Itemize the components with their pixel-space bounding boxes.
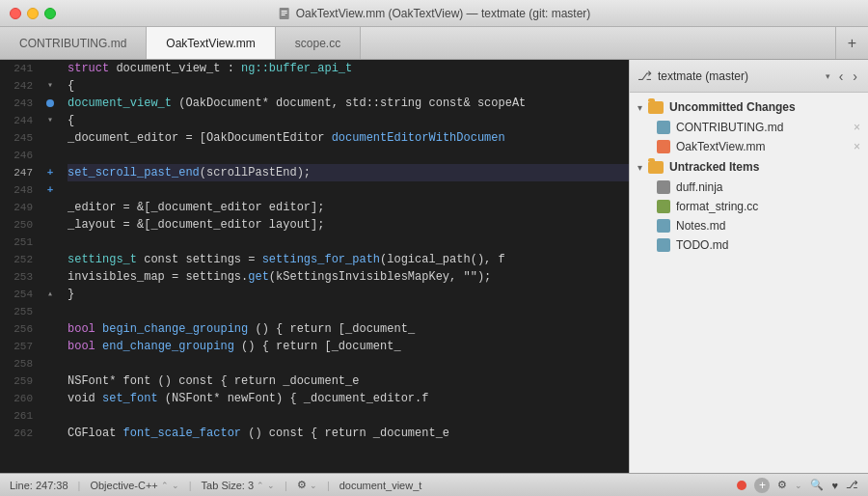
status-right: + ⚙ ⌄ 🔍 ♥ ⎇ [737, 478, 858, 493]
maximize-button[interactable] [44, 8, 56, 19]
settings-icon: ⚙ [297, 479, 307, 491]
code-line [68, 181, 629, 199]
code-line: document_view_t (OakDocument* document, … [68, 95, 629, 112]
code-line: bool end_change_grouping () { return [_d… [68, 338, 629, 355]
fold-arrow[interactable]: ▴ [47, 286, 53, 303]
minimize-button[interactable] [27, 8, 39, 19]
svg-rect-3 [282, 14, 285, 15]
tab-oaktextview[interactable]: OakTextView.mm [147, 27, 275, 59]
title-bar: OakTextView.mm (OakTextView) — textmate … [0, 0, 868, 27]
settings-btn[interactable]: ⚙ ⌄ [297, 479, 317, 491]
fold-arrow[interactable]: ▾ [47, 77, 53, 95]
line-number: 262 [8, 425, 33, 442]
gutter-item: + [41, 181, 60, 199]
code-line: settings_t const settings = settings_for… [68, 251, 629, 268]
list-item[interactable]: duff.ninja [630, 178, 868, 197]
section-header-uncommitted[interactable]: ▾Uncommitted Changes [630, 96, 868, 118]
sidebar-nav-buttons: ‹ › [836, 69, 860, 84]
nav-forward-button[interactable]: › [850, 69, 860, 84]
file-type-icon [657, 140, 670, 153]
file-close-button[interactable]: × [854, 121, 860, 134]
traffic-lights [10, 8, 56, 19]
gutter-item [41, 147, 60, 164]
code-content[interactable]: struct document_view_t : ng::buffer_api_… [60, 60, 629, 473]
breakpoint-dot[interactable] [46, 99, 54, 107]
code-container[interactable]: 2412422432442452462472482492502512522532… [0, 60, 629, 473]
code-line [68, 147, 629, 164]
language-selector[interactable]: Objective-C++ ⌃ ⌄ [90, 480, 178, 491]
section-folder-icon [648, 101, 664, 114]
file-type-icon [657, 200, 670, 213]
gutter-item [41, 268, 60, 286]
add-line-btn[interactable]: + [47, 164, 54, 181]
gutter-item [41, 372, 60, 390]
nav-back-button[interactable]: ‹ [836, 69, 847, 84]
gutter-item [41, 95, 60, 112]
line-number: 241 [8, 60, 33, 77]
line-number: 258 [8, 355, 33, 372]
code-line: void set_font (NSFont* newFont) { _docum… [68, 390, 629, 407]
line-number: 249 [8, 199, 33, 216]
gutter-item [41, 407, 60, 425]
line-number: 246 [8, 147, 33, 164]
branch-label[interactable]: textmate (master) [658, 69, 820, 83]
language-chevron: ⌃ [161, 481, 169, 490]
tab-size-selector[interactable]: Tab Size: 3 ⌃ ⌄ [202, 480, 275, 491]
status-gear-chevron: ⌄ [795, 481, 802, 490]
git-status-icon[interactable]: ⎇ [846, 479, 858, 491]
file-name: format_string.cc [676, 200, 860, 213]
line-numbers: 2412422432442452462472482492502512522532… [0, 60, 41, 473]
window-title: OakTextView.mm (OakTextView) — textmate … [278, 7, 591, 20]
search-icon[interactable]: 🔍 [810, 479, 824, 491]
section-folder-icon [648, 161, 664, 174]
close-button[interactable] [10, 8, 21, 19]
gutter: ▾▾++▴ [41, 60, 60, 473]
code-line: NSFont* font () const { return _document… [68, 372, 629, 390]
code-line: { [68, 77, 629, 95]
gutter-item [41, 216, 60, 234]
code-line: } [68, 286, 629, 303]
code-line: CGFloat font_scale_factor () const { ret… [68, 425, 629, 442]
code-line [68, 303, 629, 320]
status-add-button[interactable]: + [754, 478, 770, 493]
section-header-untracked[interactable]: ▾Untracked Items [630, 156, 868, 178]
section-arrow: ▾ [637, 162, 642, 173]
code-line: struct document_view_t : ng::buffer_api_… [68, 60, 629, 77]
branch-dropdown-arrow[interactable]: ▾ [826, 71, 830, 81]
status-gear-button[interactable]: ⚙ [777, 479, 787, 491]
list-item[interactable]: format_string.cc [630, 197, 868, 216]
tab-bar: CONTRIBUTING.md OakTextView.mm scope.cc … [0, 27, 868, 60]
line-number: 254 [8, 286, 33, 303]
file-type-icon [657, 121, 670, 134]
list-item[interactable]: OakTextView.mm× [630, 137, 868, 156]
tab-contributing[interactable]: CONTRIBUTING.md [0, 27, 147, 59]
section-arrow: ▾ [637, 102, 642, 113]
fold-arrow[interactable]: ▾ [47, 112, 53, 129]
file-type-icon [657, 238, 670, 252]
line-number: 260 [8, 390, 33, 407]
gutter-item [41, 234, 60, 251]
file-close-button[interactable]: × [854, 140, 860, 153]
editor-area[interactable]: 2412422432442452462472482492502512522532… [0, 60, 629, 473]
file-type-icon [657, 180, 670, 194]
list-item[interactable]: Notes.md [630, 216, 868, 235]
gutter-item [41, 199, 60, 216]
sidebar: ⎇ textmate (master) ▾ ‹ › ▾Uncommitted C… [629, 60, 868, 473]
add-tab-button[interactable]: + [835, 27, 868, 59]
gutter-item [41, 303, 60, 320]
gutter-item [41, 338, 60, 355]
gutter-item: ▾ [41, 77, 60, 95]
bookmark-icon[interactable]: ♥ [831, 480, 838, 491]
gutter-item [41, 251, 60, 268]
list-item[interactable]: TODO.md [630, 235, 868, 255]
symbol-selector[interactable]: document_view_t [339, 480, 422, 491]
file-name: CONTRIBUTING.md [676, 121, 848, 134]
gutter-item [41, 425, 60, 442]
tab-scopecc[interactable]: scope.cc [276, 27, 361, 59]
add-line-btn[interactable]: + [47, 181, 54, 199]
code-line [68, 355, 629, 372]
list-item[interactable]: CONTRIBUTING.md× [630, 118, 868, 137]
code-line: bool begin_change_grouping () { return [… [68, 320, 629, 338]
status-bar: Line: 247:38 | Objective-C++ ⌃ ⌄ | Tab S… [0, 473, 868, 496]
gutter-item [41, 60, 60, 77]
